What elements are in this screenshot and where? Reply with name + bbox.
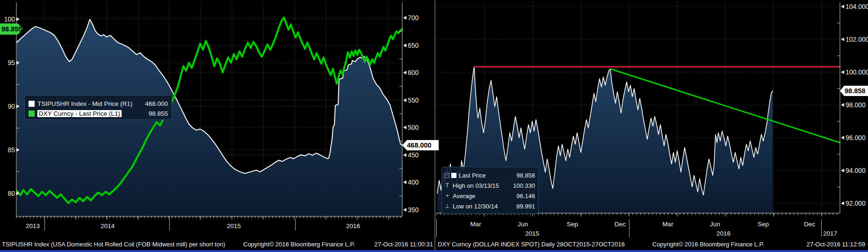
tick-arrow-icon: [16, 61, 20, 65]
y-axis-tick-label: 85: [1, 147, 20, 153]
dxy-spot-last-price-axis-badge: 98.858: [840, 86, 868, 96]
tick-arrow-icon: [16, 148, 20, 152]
y-axis-tick-label: 80: [1, 190, 20, 197]
x-axis-tick-label: Dec: [615, 221, 626, 228]
x-axis-tick-label: Jun: [710, 221, 720, 228]
y-axis-tick-label: 104.000: [841, 3, 868, 10]
tick-arrow-icon: [841, 70, 844, 74]
tick-arrow-icon: [16, 104, 20, 108]
y-axis-tick-label: 100.000: [841, 69, 868, 75]
y-axis-tick-label: 500: [403, 124, 419, 131]
tick-arrow-icon: [403, 180, 406, 184]
y-axis-tick-label: 98.000: [841, 102, 866, 108]
legend-row-average[interactable]: + Average 96.146: [444, 191, 535, 201]
tick-arrow-icon: [841, 169, 844, 172]
legend-value: 468.000: [145, 100, 168, 107]
tick-arrow-icon: [841, 5, 844, 8]
legend-value: 98.855: [149, 110, 168, 117]
y-axis-tick-label: 100: [1, 16, 20, 22]
green-series-chip-icon: [29, 111, 35, 117]
legend-label: Last Price: [459, 172, 486, 179]
y-axis-tick-label: 600: [403, 69, 419, 76]
legend-label: High on 03/13/15: [453, 182, 499, 189]
timestamp: 27-Oct-2016 11:00:31: [340, 241, 433, 248]
tick-arrow-icon: [841, 103, 844, 107]
legend-label-selected: DXY Curncy - Last Price (L1): [37, 110, 122, 117]
x-axis-tick-label: 2015: [525, 230, 539, 237]
tick-arrow-icon: [403, 44, 406, 47]
year-divider: [629, 219, 629, 237]
x-axis-tick-label: Sep: [567, 221, 578, 228]
year-divider: [436, 219, 437, 237]
y-axis-tick-label: 400: [403, 179, 419, 185]
year-divider: [44, 219, 45, 230]
left-chart-legend: TSIPUSHR Index - Mid Price (R1) 468.000 …: [24, 95, 172, 120]
legend-value: 98.858: [516, 172, 535, 179]
tick-arrow-icon: [403, 126, 406, 129]
x-axis-tick-label: 2016: [346, 223, 360, 230]
charts-canvas: [0, 0, 868, 252]
timestamp: 27-Oct-2016 11:12:59: [772, 241, 865, 248]
year-divider: [821, 219, 822, 237]
collapse-icon[interactable]: [444, 173, 449, 178]
legend-value: 100.330: [513, 182, 535, 189]
y-axis-tick-label: 92.000: [841, 200, 866, 207]
window-bottom-border: [0, 250, 868, 252]
x-axis-tick-label: 2017: [823, 230, 837, 237]
legend-row-tsipushr[interactable]: TSIPUSHR Index - Mid Price (R1) 468.000: [29, 99, 168, 109]
x-axis-tick-label: 2014: [101, 223, 115, 230]
x-axis-tick-label: Mar: [662, 221, 673, 228]
legend-row-low[interactable]: ⊥ Low on 12/30/14 89.991: [444, 201, 535, 211]
year-divider: [295, 219, 296, 230]
tick-arrow-icon: [841, 201, 844, 205]
white-series-chip-icon: [451, 173, 456, 178]
legend-label: TSIPUSHR Index - Mid Price (R1): [37, 100, 132, 107]
tick-arrow-icon: [16, 17, 20, 21]
x-axis-tick-label: 2015: [227, 223, 241, 230]
y-axis-tick-label: 650: [403, 42, 419, 49]
y-axis-tick-label: 550: [403, 97, 419, 104]
right-panel-footer: DXY Curncy (DOLLAR INDEX SPOT) Daily 28O…: [438, 241, 866, 249]
security-description: DXY Curncy (DOLLAR INDEX SPOT) Daily 28O…: [438, 241, 625, 248]
x-axis-tick-label: Jun: [518, 221, 528, 228]
y-axis-tick-label: 700: [403, 15, 419, 21]
panel-separator: [434, 0, 435, 252]
legend-row-high[interactable]: T High on 03/13/15 100.330: [444, 180, 535, 191]
tick-arrow-icon: [403, 153, 406, 157]
year-divider: [169, 219, 170, 230]
tick-arrow-icon: [403, 16, 406, 20]
y-axis-tick-label: 96.000: [841, 134, 866, 141]
legend-row-dxy[interactable]: DXY Curncy - Last Price (L1) 98.855: [29, 109, 168, 119]
left-panel-footer: TSIPUSHR Index (USA Domestic Hot Rolled …: [2, 241, 433, 249]
tick-arrow-icon: [841, 37, 844, 41]
x-axis-tick-label: 2016: [716, 230, 731, 237]
y-axis-tick-label: 90: [1, 103, 20, 110]
x-axis-tick-label: 2013: [26, 223, 40, 230]
bloomberg-dual-chart-window: 98.855 468.000 TSIPUSHR Index - Mid Pric…: [0, 0, 868, 252]
tick-arrow-icon: [841, 136, 844, 140]
security-description: TSIPUSHR Index (USA Domestic Hot Rolled …: [2, 241, 225, 248]
low-marker-icon: ⊥: [444, 203, 450, 209]
y-axis-tick-label: 94.000: [841, 167, 866, 174]
legend-row-last-price[interactable]: Last Price 98.858: [444, 170, 535, 180]
x-axis-tick-label: Sep: [758, 221, 769, 228]
y-axis-tick-label: 450: [403, 152, 419, 158]
y-axis-tick-label: 102.000: [841, 36, 868, 43]
tick-arrow-icon: [403, 71, 406, 74]
y-axis-tick-label: 95: [1, 59, 20, 66]
tick-arrow-icon: [403, 98, 406, 102]
legend-label: Average: [453, 193, 475, 200]
legend-value: 96.146: [516, 193, 535, 200]
steel-last-price-axis-badge: 468.000: [402, 140, 439, 150]
copyright-text: Copyright© 2016 Bloomberg Finance L.P.: [652, 241, 764, 248]
white-series-chip-icon: [29, 101, 35, 107]
high-marker-icon: T: [444, 182, 450, 189]
average-marker-icon: +: [444, 193, 450, 199]
legend-label: Low on 12/30/14: [453, 203, 498, 210]
right-chart-legend: Last Price 98.858 T High on 03/13/15 100…: [441, 167, 539, 214]
tick-arrow-icon: [16, 192, 20, 195]
x-axis-tick-label: Dec: [804, 221, 815, 228]
x-axis-tick-label: Mar: [470, 221, 481, 228]
copyright-text: Copyright© 2016 Bloomberg Finance L.P.: [243, 241, 355, 248]
tick-arrow-icon: [403, 208, 406, 212]
